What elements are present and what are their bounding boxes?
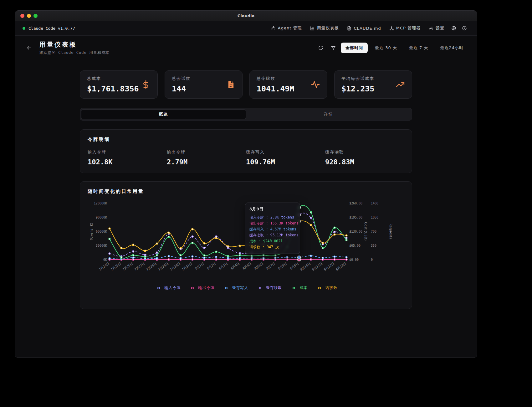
legend-label: 缓存写入 xyxy=(232,285,248,291)
header-actions: 全部时间 最近 30 天 最近 7 天 最近24小时 xyxy=(316,43,468,53)
tooltip-row: 缓存读取 : 95.12M tokens xyxy=(249,232,296,238)
tooltip-row: 成本 : $240.0021 xyxy=(249,238,296,244)
token-breakdown-card: 令牌明细 输入令牌 102.8K 输出令牌 2.79M 缓存写入 109.76M xyxy=(80,129,412,173)
svg-text:7月28日: 7月28日 xyxy=(146,262,157,271)
arrow-left-icon xyxy=(26,45,32,51)
nav-claude-md[interactable]: CLAUDE.md xyxy=(343,24,385,33)
svg-text:7月30日: 7月30日 xyxy=(169,262,181,271)
stat-value: $1,761.8356 xyxy=(87,84,139,93)
usage-chart[interactable]: 0K30000K60000K90000K120000K$0.00$65.00$1… xyxy=(88,198,404,284)
svg-text:$130.00: $130.00 xyxy=(349,230,362,233)
svg-text:8月4日: 8月4日 xyxy=(230,262,240,270)
token-metric-label: 缓存读取 xyxy=(325,149,404,155)
svg-text:$0.00: $0.00 xyxy=(349,258,359,261)
app-window: Claudia Claude Code v1.0.77 Agent 管理 用量仪… xyxy=(15,10,477,358)
nav-agent-manager[interactable]: Agent 管理 xyxy=(267,23,306,33)
svg-text:8月3日: 8月3日 xyxy=(218,262,228,270)
svg-text:1400: 1400 xyxy=(371,202,378,205)
svg-text:8月8日: 8月8日 xyxy=(278,262,288,270)
window-title: Claudia xyxy=(15,13,477,18)
svg-text:Tokens (K): Tokens (K) xyxy=(90,223,93,240)
svg-text:7月31日: 7月31日 xyxy=(181,262,193,271)
traffic-lights xyxy=(20,11,38,21)
minimize-button[interactable] xyxy=(27,14,31,18)
tooltip-row: 缓存写入 : 4.57M tokens xyxy=(249,226,296,232)
back-button[interactable] xyxy=(24,43,34,53)
svg-text:Requests: Requests xyxy=(389,224,392,239)
usage-chart-card: 随时间变化的日常用量 0K30000K60000K90000K120000K$0… xyxy=(80,181,412,309)
svg-text:8月13日: 8月13日 xyxy=(335,262,347,271)
filter-button[interactable] xyxy=(328,43,338,53)
app-status: Claude Code v1.0.77 xyxy=(23,26,75,31)
legend-line-icon xyxy=(290,286,298,290)
svg-text:8月6日: 8月6日 xyxy=(254,262,264,270)
nav-label: 设置 xyxy=(436,25,444,31)
dollar-icon xyxy=(141,80,151,89)
tooltip-row: 输入令牌 : 2.8K tokens xyxy=(249,214,296,220)
token-metric-label: 输出令牌 xyxy=(167,149,246,155)
nav-usage-dashboard[interactable]: 用量仪表板 xyxy=(306,23,342,33)
legend-label: 请求数 xyxy=(325,285,338,291)
info-button[interactable] xyxy=(459,23,469,33)
legend-line-icon xyxy=(256,286,264,290)
tab-details[interactable]: 详情 xyxy=(246,109,411,119)
stats-row: 总成本 $1,761.8356 总会话数 144 总令牌数 1041.49M xyxy=(80,70,412,99)
token-metric-cache-read: 缓存读取 928.83M xyxy=(325,149,404,166)
svg-text:0K: 0K xyxy=(103,258,107,261)
stat-label: 平均每会话成本 xyxy=(341,76,374,81)
token-metric-value: 102.8K xyxy=(88,158,167,166)
zoom-button[interactable] xyxy=(33,14,38,18)
svg-text:$195.00: $195.00 xyxy=(349,216,362,219)
legend-line-icon xyxy=(188,286,197,290)
tooltip-row: 请求数 : 947 次 xyxy=(249,244,296,250)
time-range-last-7-days[interactable]: 最近 7 天 xyxy=(404,43,433,53)
svg-text:8月7日: 8月7日 xyxy=(266,262,276,270)
page-header: 用量仪表板 跟踪您的 Claude Code 用量和成本 全部时间 最近 30 … xyxy=(15,36,477,61)
refresh-icon xyxy=(318,45,323,50)
usage-chart-title: 随时间变化的日常用量 xyxy=(88,188,404,194)
legend-item[interactable]: 成本 xyxy=(290,285,308,291)
svg-text:7月24日: 7月24日 xyxy=(98,262,110,271)
bar-chart-icon xyxy=(310,26,315,31)
time-range-last-30-days[interactable]: 最近 30 天 xyxy=(370,43,402,53)
svg-text:8月12日: 8月12日 xyxy=(323,262,335,271)
svg-text:Cost (USD): Cost (USD) xyxy=(364,222,367,241)
legend-item[interactable]: 缓存读取 xyxy=(256,285,282,291)
legend-line-icon xyxy=(222,286,230,290)
refresh-button[interactable] xyxy=(316,43,326,53)
close-button[interactable] xyxy=(20,14,24,18)
filter-icon xyxy=(331,45,336,50)
legend-item[interactable]: 请求数 xyxy=(315,285,338,291)
trending-up-icon xyxy=(396,80,405,89)
svg-text:1050: 1050 xyxy=(371,216,378,219)
time-range-last-24-hours[interactable]: 最近24小时 xyxy=(435,43,468,53)
legend-item[interactable]: 输入令牌 xyxy=(155,285,181,291)
token-metric-label: 输入令牌 xyxy=(88,149,167,155)
svg-text:120000K: 120000K xyxy=(94,202,107,205)
time-range-all-time[interactable]: 全部时间 xyxy=(341,43,368,53)
view-tabs: 概览 详情 xyxy=(80,108,412,121)
tooltip-row: 输出令牌 : 155.3K tokens xyxy=(249,220,296,226)
stat-label: 总成本 xyxy=(87,76,139,81)
legend-label: 缓存读取 xyxy=(266,285,282,291)
legend-item[interactable]: 缓存写入 xyxy=(222,285,248,291)
token-metric-output: 输出令牌 2.79M xyxy=(167,149,246,166)
tab-overview[interactable]: 概览 xyxy=(81,109,246,119)
svg-text:$260.00: $260.00 xyxy=(349,202,362,205)
svg-text:7月27日: 7月27日 xyxy=(134,262,146,271)
stat-label: 总令牌数 xyxy=(257,76,294,81)
globe-icon xyxy=(451,26,456,31)
nav-label: MCP 管理器 xyxy=(396,25,421,31)
nav-mcp-manager[interactable]: MCP 管理器 xyxy=(386,23,424,33)
legend-label: 成本 xyxy=(300,285,308,291)
nav-settings[interactable]: 设置 xyxy=(425,23,448,33)
legend-item[interactable]: 输出令牌 xyxy=(188,285,215,291)
stat-value: $12.235 xyxy=(341,84,374,93)
token-metric-cache-write: 缓存写入 109.76M xyxy=(246,149,325,166)
stat-card-avg-cost-per-session: 平均每会话成本 $12.235 xyxy=(334,70,412,99)
language-button[interactable] xyxy=(449,23,459,33)
legend-label: 输出令牌 xyxy=(198,285,215,291)
nav-label: 用量仪表板 xyxy=(317,25,339,31)
gear-icon xyxy=(429,26,433,31)
token-metric-value: 2.79M xyxy=(167,158,246,166)
